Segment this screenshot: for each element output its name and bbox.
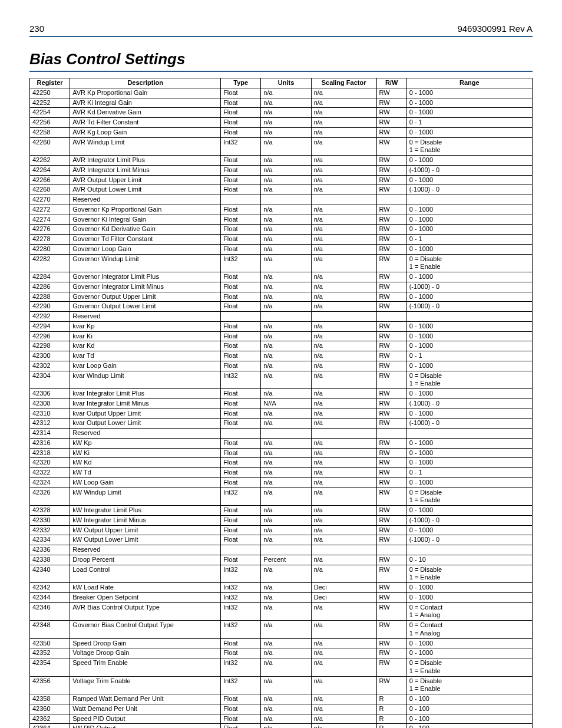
cell-type: Float <box>221 292 261 302</box>
cell-range: 0 - 1000 <box>406 88 532 98</box>
cell-desc: Governor Integrator Limit Plus <box>70 272 221 282</box>
cell-units: n/a <box>261 694 311 704</box>
cell-type: Int32 <box>221 487 261 506</box>
cell-units: n/a <box>261 676 311 694</box>
cell-type: Int32 <box>221 137 261 156</box>
cell-units: n/a <box>261 341 311 351</box>
cell-type: Float <box>221 108 261 118</box>
cell-range <box>406 429 532 439</box>
cell-range: 0 - 1000 <box>406 175 532 185</box>
cell-scale: n/a <box>311 98 376 108</box>
cell-range: 0 - 1000 <box>406 477 532 487</box>
cell-units: n/a <box>261 389 311 399</box>
cell-range: 0 - 1000 <box>406 448 532 458</box>
cell-type: Float <box>221 398 261 409</box>
cell-desc: AVR Output Upper Limit <box>70 175 221 185</box>
cell-reg: 42316 <box>30 438 70 448</box>
cell-reg: 42264 <box>30 165 70 175</box>
cell-reg: 42314 <box>30 429 70 439</box>
cell-range: 0 - 1000 <box>406 525 532 535</box>
cell-reg: 42362 <box>30 714 70 724</box>
cell-rw: RW <box>376 165 406 175</box>
table-row: 42296kvar KiFloatn/an/aRW0 - 1000 <box>30 331 533 341</box>
cell-type: Float <box>221 351 261 361</box>
cell-reg: 42276 <box>30 225 70 235</box>
cell-type: Float <box>221 156 261 166</box>
table-row: 42306kvar Integrator Limit PlusFloatn/an… <box>30 389 533 399</box>
cell-type: Int32 <box>221 676 261 694</box>
cell-rw: RW <box>376 302 406 312</box>
table-row: 42284Governor Integrator Limit PlusFloat… <box>30 272 533 282</box>
cell-desc: Speed PID Output <box>70 714 221 724</box>
cell-scale: n/a <box>311 185 376 195</box>
cell-desc: kW Integrator Limit Minus <box>70 515 221 525</box>
cell-range: (-1000) - 0 <box>406 535 532 545</box>
cell-rw: RW <box>376 235 406 245</box>
cell-desc: Watt Demand Per Unit <box>70 704 221 714</box>
table-row: 42322kW TdFloatn/an/aRW0 - 1 <box>30 468 533 478</box>
cell-range: 0 - 10 <box>406 555 532 565</box>
cell-scale: n/a <box>311 225 376 235</box>
cell-scale: n/a <box>311 108 376 118</box>
table-row: 42288Governor Output Upper LimitFloatn/a… <box>30 292 533 302</box>
cell-range: 0 - 1 <box>406 468 532 478</box>
cell-scale <box>311 195 376 205</box>
cell-rw: RW <box>376 438 406 448</box>
cell-range: 0 - 1000 <box>406 409 532 419</box>
cell-range: 0 - 1000 <box>406 458 532 468</box>
table-row: 42326kW Windup LimitInt32n/an/aRW0 = Dis… <box>30 487 533 506</box>
cell-desc: Governor Kd Derivative Gain <box>70 225 221 235</box>
cell-rw: RW <box>376 506 406 516</box>
cell-desc: kvar Loop Gain <box>70 361 221 371</box>
cell-rw: RW <box>376 409 406 419</box>
page-number: 230 <box>29 24 44 34</box>
cell-scale: n/a <box>311 88 376 98</box>
cell-type: Float <box>221 535 261 545</box>
cell-reg: 42278 <box>30 235 70 245</box>
table-row: 42302kvar Loop GainFloatn/an/aRW0 - 1000 <box>30 361 533 371</box>
cell-rw <box>376 312 406 322</box>
cell-rw: R <box>376 694 406 704</box>
table-row: 42292Reserved <box>30 312 533 322</box>
cell-units: n/a <box>261 419 311 429</box>
cell-reg: 42286 <box>30 282 70 292</box>
cell-reg: 42328 <box>30 506 70 516</box>
table-row: 42264AVR Integrator Limit MinusFloatn/an… <box>30 165 533 175</box>
cell-units: n/a <box>261 487 311 506</box>
cell-units: n/a <box>261 292 311 302</box>
cell-range: 0 - 1 <box>406 235 532 245</box>
cell-rw: RW <box>376 341 406 351</box>
cell-type: Float <box>221 389 261 399</box>
cell-type: Float <box>221 724 261 728</box>
cell-type: Float <box>221 525 261 535</box>
cell-reg: 42332 <box>30 525 70 535</box>
cell-reg: 42256 <box>30 118 70 128</box>
cell-range: 0 - 1000 <box>406 127 532 137</box>
cell-units: n/a <box>261 254 311 272</box>
cell-desc: Voltage Trim Enable <box>70 676 221 694</box>
cell-reg: 42336 <box>30 545 70 555</box>
cell-units: n/a <box>261 302 311 312</box>
cell-range: 0 - 1 <box>406 351 532 361</box>
table-row: 42250AVR Kp Proportional GainFloatn/an/a… <box>30 88 533 98</box>
cell-units: n/a <box>261 468 311 478</box>
cell-units: n/a <box>261 282 311 292</box>
table-row: 42282Governor Windup LimitInt32n/an/aRW0… <box>30 254 533 272</box>
cell-desc: kvar Kd <box>70 341 221 351</box>
cell-type: Float <box>221 185 261 195</box>
cell-reg: 42292 <box>30 312 70 322</box>
cell-range: 0 = Disable1 = Enable <box>406 487 532 506</box>
cell-reg: 42262 <box>30 156 70 166</box>
cell-range: (-1000) - 0 <box>406 419 532 429</box>
cell-range: 0 - 1000 <box>406 156 532 166</box>
cell-range: 0 - 1000 <box>406 361 532 371</box>
cell-range: 0 - 1000 <box>406 108 532 118</box>
col-range: Range <box>406 78 532 88</box>
table-row: 42286Governor Integrator Limit MinusFloa… <box>30 282 533 292</box>
table-row: 42268AVR Output Lower LimitFloatn/an/aRW… <box>30 185 533 195</box>
cell-scale: n/a <box>311 351 376 361</box>
cell-rw: RW <box>376 525 406 535</box>
cell-type: Float <box>221 331 261 341</box>
doc-id: 9469300991 Rev A <box>457 24 533 34</box>
register-table: Register Description Type Units Scaling … <box>29 78 533 728</box>
